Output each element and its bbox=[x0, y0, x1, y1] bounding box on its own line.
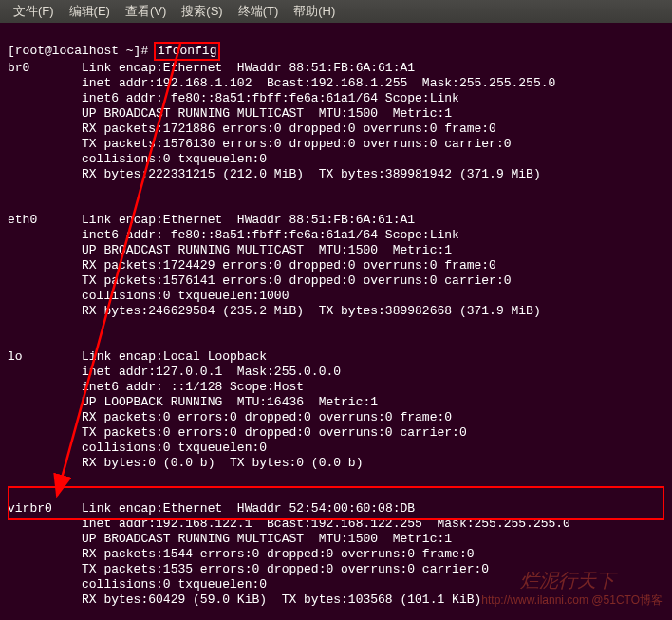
virbr0-highlight-box bbox=[8, 486, 664, 520]
output-line: Link encap:Ethernet HWaddr 88:51:FB:6A:6… bbox=[82, 61, 415, 75]
output-line: inet6 addr: ::1/128 Scope:Host bbox=[82, 380, 304, 394]
output-line: collisions:0 txqueuelen:0 bbox=[82, 577, 267, 592]
output-line: TX packets:1535 errors:0 dropped:0 overr… bbox=[82, 562, 489, 576]
menu-view[interactable]: 查看(V) bbox=[118, 3, 174, 20]
menu-terminal[interactable]: 终端(T) bbox=[231, 3, 287, 20]
menu-help[interactable]: 帮助(H) bbox=[286, 3, 343, 20]
iface-name: br0 bbox=[8, 61, 29, 75]
output-line: inet6 addr: fe80::8a51:fbff:fe6a:61a1/64… bbox=[82, 91, 459, 105]
menubar: 文件(F) 编辑(E) 查看(V) 搜索(S) 终端(T) 帮助(H) bbox=[0, 0, 672, 23]
output-line: Link encap:Ethernet HWaddr 88:51:FB:6A:6… bbox=[82, 213, 415, 227]
output-line: collisions:0 txqueuelen:0 bbox=[82, 441, 267, 455]
output-line: RX packets:0 errors:0 dropped:0 overruns… bbox=[82, 410, 452, 424]
output-line: TX packets:1576141 errors:0 dropped:0 ov… bbox=[82, 273, 511, 288]
output-line: Link encap:Local Loopback bbox=[82, 349, 267, 364]
output-line: collisions:0 txqueuelen:0 bbox=[82, 152, 267, 166]
output-line: UP BROADCAST RUNNING MULTICAST MTU:1500 … bbox=[82, 532, 452, 546]
output-line: UP BROADCAST RUNNING MULTICAST MTU:1500 … bbox=[82, 106, 452, 121]
watermark-brand: 烂泥行天下 bbox=[520, 568, 615, 593]
output-line: RX packets:1724429 errors:0 dropped:0 ov… bbox=[82, 258, 496, 272]
output-line: UP LOOPBACK RUNNING MTU:16436 Metric:1 bbox=[82, 395, 378, 409]
output-line: UP BROADCAST RUNNING MULTICAST MTU:1500 … bbox=[82, 243, 452, 257]
iface-name: eth0 bbox=[8, 213, 37, 227]
output-line: RX packets:1544 errors:0 dropped:0 overr… bbox=[82, 547, 474, 561]
iface-name: lo bbox=[8, 349, 23, 364]
shell-prompt: [root@localhost ~]# bbox=[8, 44, 156, 58]
output-line: RX bytes:246629584 (235.2 MiB) TX bytes:… bbox=[82, 304, 541, 318]
command-text: ifconfig bbox=[158, 44, 216, 58]
interface-br0: br0 Link encap:Ethernet HWaddr 88:51:FB:… bbox=[8, 61, 664, 182]
output-line: RX bytes:222331215 (212.0 MiB) TX bytes:… bbox=[82, 167, 541, 181]
output-line: TX packets:1576130 errors:0 dropped:0 ov… bbox=[82, 137, 511, 151]
output-line: inet6 addr: fe80::8a51:fbff:fe6a:61a1/64… bbox=[82, 228, 459, 242]
menu-search[interactable]: 搜索(S) bbox=[174, 3, 230, 20]
output-line: TX packets:0 errors:0 dropped:0 overruns… bbox=[82, 425, 467, 440]
watermark-url: http://www.ilanni.com @51CTO博客 bbox=[481, 592, 663, 609]
output-line: RX bytes:60429 (59.0 KiB) TX bytes:10356… bbox=[82, 592, 481, 607]
interface-lo: lo Link encap:Local Loopback inet addr:1… bbox=[8, 349, 664, 471]
output-line: RX bytes:0 (0.0 b) TX bytes:0 (0.0 b) bbox=[82, 456, 363, 470]
output-line: inet addr:192.168.1.102 Bcast:192.168.1.… bbox=[82, 76, 555, 90]
command-highlight-box: ifconfig bbox=[154, 42, 220, 61]
output-line: RX packets:1721886 errors:0 dropped:0 ov… bbox=[82, 122, 496, 136]
interface-eth0: eth0 Link encap:Ethernet HWaddr 88:51:FB… bbox=[8, 213, 664, 319]
output-line: collisions:0 txqueuelen:1000 bbox=[82, 289, 289, 303]
menu-edit[interactable]: 编辑(E) bbox=[62, 3, 118, 20]
terminal-area[interactable]: [root@localhost ~]# ifconfig br0 Link en… bbox=[0, 23, 672, 620]
menu-file[interactable]: 文件(F) bbox=[6, 3, 62, 20]
output-line: inet addr:127.0.0.1 Mask:255.0.0.0 bbox=[82, 365, 341, 379]
